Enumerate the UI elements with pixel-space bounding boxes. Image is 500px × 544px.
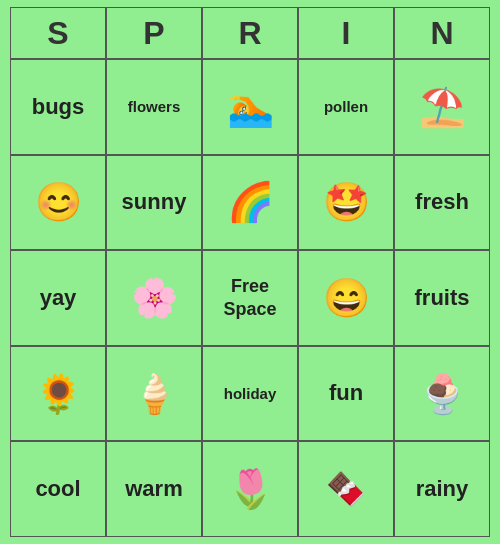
cell-5-4[interactable]: 🍫 xyxy=(298,441,394,537)
header-p: P xyxy=(106,7,202,59)
cell-5-1[interactable]: cool xyxy=(10,441,106,537)
cell-1-2[interactable]: flowers xyxy=(106,59,202,155)
bingo-card: S P R I N bugs flowers 🏊 pollen ⛱️ 😊 sun… xyxy=(10,7,490,537)
cell-text-flowers: flowers xyxy=(128,98,181,116)
cell-emoji-tulip: 🌷 xyxy=(227,467,274,511)
cell-5-2[interactable]: warm xyxy=(106,441,202,537)
cell-text-freespace: FreeSpace xyxy=(223,275,276,322)
cell-emoji-starface: 🤩 xyxy=(323,180,370,224)
cell-text-holiday: holiday xyxy=(224,385,277,403)
cell-emoji-sundae: 🍨 xyxy=(419,372,466,416)
cell-2-2[interactable]: sunny xyxy=(106,155,202,251)
cell-2-5[interactable]: fresh xyxy=(394,155,490,251)
cell-4-3[interactable]: holiday xyxy=(202,346,298,442)
cell-text-fruits: fruits xyxy=(415,285,470,311)
cell-4-4[interactable]: fun xyxy=(298,346,394,442)
cell-3-5[interactable]: fruits xyxy=(394,250,490,346)
cell-2-1[interactable]: 😊 xyxy=(10,155,106,251)
cell-emoji-icecream: 🍦 xyxy=(131,372,178,416)
cell-5-3[interactable]: 🌷 xyxy=(202,441,298,537)
cell-3-1[interactable]: yay xyxy=(10,250,106,346)
cell-emoji-grin: 😄 xyxy=(323,276,370,320)
cell-3-3[interactable]: FreeSpace xyxy=(202,250,298,346)
cell-4-1[interactable]: 🌻 xyxy=(10,346,106,442)
header-n: N xyxy=(394,7,490,59)
bingo-header: S P R I N xyxy=(10,7,490,59)
cell-text-fun: fun xyxy=(329,380,363,406)
cell-1-1[interactable]: bugs xyxy=(10,59,106,155)
cell-4-2[interactable]: 🍦 xyxy=(106,346,202,442)
cell-emoji-swimmer: 🏊 xyxy=(227,85,274,129)
cell-text-yay: yay xyxy=(40,285,77,311)
cell-text-pollen: pollen xyxy=(324,98,368,116)
header-s: S xyxy=(10,7,106,59)
cell-1-5[interactable]: ⛱️ xyxy=(394,59,490,155)
cell-emoji-dessert: 🍫 xyxy=(326,470,366,508)
bingo-grid: bugs flowers 🏊 pollen ⛱️ 😊 sunny 🌈 🤩 fre… xyxy=(10,59,490,537)
cell-text-bugs: bugs xyxy=(32,94,85,120)
cell-emoji-blossom: 🌸 xyxy=(131,276,178,320)
cell-4-5[interactable]: 🍨 xyxy=(394,346,490,442)
cell-text-sunny: sunny xyxy=(122,189,187,215)
header-i: I xyxy=(298,7,394,59)
cell-text-cool: cool xyxy=(35,476,80,502)
cell-2-4[interactable]: 🤩 xyxy=(298,155,394,251)
cell-emoji-rainbow: 🌈 xyxy=(227,180,274,224)
cell-emoji-smile: 😊 xyxy=(35,180,82,224)
cell-3-2[interactable]: 🌸 xyxy=(106,250,202,346)
cell-1-4[interactable]: pollen xyxy=(298,59,394,155)
cell-text-fresh: fresh xyxy=(415,189,469,215)
cell-text-rainy: rainy xyxy=(416,476,469,502)
cell-emoji-umbrella: ⛱️ xyxy=(419,85,466,129)
cell-2-3[interactable]: 🌈 xyxy=(202,155,298,251)
cell-5-5[interactable]: rainy xyxy=(394,441,490,537)
cell-3-4[interactable]: 😄 xyxy=(298,250,394,346)
cell-emoji-sunflower: 🌻 xyxy=(35,372,82,416)
header-r: R xyxy=(202,7,298,59)
cell-1-3[interactable]: 🏊 xyxy=(202,59,298,155)
cell-text-warm: warm xyxy=(125,476,182,502)
